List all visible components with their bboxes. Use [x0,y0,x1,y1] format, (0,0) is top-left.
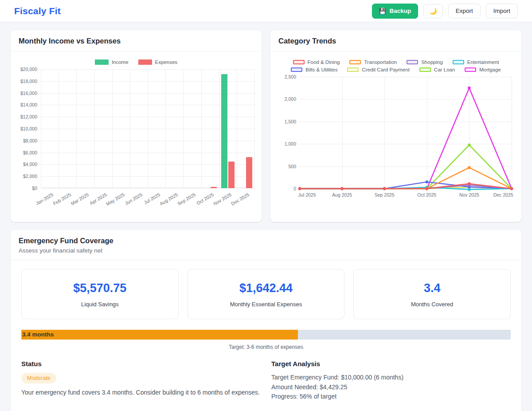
legend-item[interactable]: Transportation [349,59,397,65]
data-point[interactable] [341,187,344,190]
data-point[interactable] [383,187,386,190]
category-trends-title: Category Trends [278,37,513,45]
coverage-progress-label: 3.4 months [22,330,54,340]
target-analysis-heading: Target Analysis [271,360,511,368]
legend-swatch [138,59,152,65]
legend-swatch [293,60,305,64]
data-point[interactable] [510,187,513,190]
income-expenses-card-header: Monthly Income vs Expenses [11,30,262,51]
income-expenses-title: Monthly Income vs Expenses [19,37,254,45]
backup-button-label: Backup [389,8,411,14]
legend-label: Entertainment [467,59,499,65]
stat-label: Monthly Essential Expenses [192,301,340,308]
data-point[interactable] [426,187,428,190]
progress-line: Progress: 56% of target [271,392,511,402]
legend-swatch [95,59,109,65]
legend-label: Credit Card Payment [362,67,409,72]
main-content: Monthly Income vs Expenses IncomeExpense… [0,22,532,411]
legend-label: Shopping [421,59,443,65]
data-point[interactable] [298,187,301,190]
target-analysis-column: Target Analysis Target Emergency Fund: $… [271,360,511,402]
legend-swatch [407,60,418,64]
coverage-progress-bar: 3.4 months [21,330,511,340]
line-series-mortgage[interactable] [300,88,512,189]
app-title: Fiscaly Fit [14,6,61,16]
stat-value: $5,570.75 [26,281,174,295]
legend-label: Car Loan [434,67,455,72]
data-point[interactable] [468,182,470,185]
bar-expenses-dec-2025[interactable] [246,157,252,188]
line-chart-legend: Food & DiningTransportationShoppingEnter… [277,56,515,77]
stats-row: $5,570.75 Liquid Savings $1,642.44 Month… [21,269,511,319]
data-point[interactable] [426,181,428,183]
income-expenses-chart[interactable]: IncomeExpenses $0$2,000$4,000$6,000$8,00… [11,51,262,211]
legend-swatch [291,67,302,72]
legend-item[interactable]: Income [95,59,129,65]
stat-months-covered: 3.4 Months Covered [353,269,511,319]
income-expenses-card: Monthly Income vs Expenses IncomeExpense… [11,30,262,222]
legend-swatch [453,60,464,64]
stat-monthly-expenses: $1,642.44 Monthly Essential Expenses [188,269,345,319]
legend-label: Transportation [364,59,397,65]
status-heading: Status [21,360,261,368]
stat-label: Liquid Savings [26,301,174,308]
legend-item[interactable]: Shopping [407,59,443,65]
status-column: Status Moderate Your emergency fund cove… [21,360,261,402]
legend-item[interactable]: Mortgage [465,67,501,72]
status-analysis-columns: Status Moderate Your emergency fund cove… [21,360,511,402]
data-point[interactable] [468,166,470,169]
import-button[interactable]: Import [486,4,518,18]
emergency-fund-card: Emergency Fund Coverage Assess your fina… [11,230,521,411]
legend-label: Expenses [155,59,178,65]
data-point[interactable] [468,144,470,146]
floppy-disk-icon: 💾 [379,8,387,15]
stat-label: Months Covered [358,301,506,308]
legend-swatch [347,67,359,72]
theme-toggle-button[interactable]: 🌙 [423,4,442,18]
legend-swatch [419,67,431,72]
data-point[interactable] [468,87,470,89]
category-trends-card: Category Trends Food & DiningTransportat… [270,30,521,222]
header-actions: 💾 Backup 🌙 Export Import [372,4,518,19]
legend-item[interactable]: Credit Card Payment [347,67,409,72]
bar-chart-plot[interactable]: $0$2,000$4,000$6,000$8,000$10,000$12,000… [18,69,254,211]
bar-expenses-oct-2025[interactable] [211,187,217,188]
legend-label: Mortgage [479,67,501,72]
emergency-fund-body: $5,570.75 Liquid Savings $1,642.44 Month… [11,260,521,411]
data-point[interactable] [468,188,470,191]
stat-value: 3.4 [358,281,506,295]
emergency-fund-header: Emergency Fund Coverage Assess your fina… [11,230,521,260]
legend-item[interactable]: Entertainment [453,59,499,65]
category-trends-chart[interactable]: Food & DiningTransportationShoppingEnter… [270,51,521,202]
legend-label: Food & Dining [308,59,340,65]
emergency-fund-title: Emergency Fund Coverage [19,237,513,245]
legend-swatch [349,60,361,64]
category-trends-card-header: Category Trends [270,30,521,51]
bar-chart-legend: IncomeExpenses [17,56,255,69]
line-series-car-loan[interactable] [300,145,512,189]
status-message: Your emergency fund covers 3.4 months. C… [21,388,261,397]
coverage-target-caption: Target: 3-6 months of expenses [21,344,511,350]
legend-item[interactable]: Bills & Utilities [291,67,337,72]
legend-label: Income [112,59,129,65]
bar-income-nov-2025[interactable] [221,74,227,188]
coverage-progress-fill [21,330,298,340]
charts-row: Monthly Income vs Expenses IncomeExpense… [11,30,521,222]
moon-icon: 🌙 [429,8,437,15]
status-badge: Moderate [21,373,56,383]
app-header: Fiscaly Fit 💾 Backup 🌙 Export Import [0,0,532,22]
emergency-fund-subtitle: Assess your financial safety net [19,247,513,254]
stat-value: $1,642.44 [192,281,340,295]
target-fund-line: Target Emergency Fund: $10,000.00 (6 mon… [271,373,511,383]
legend-item[interactable]: Expenses [138,59,178,65]
legend-label: Bills & Utilities [305,67,337,72]
amount-needed-line: Amount Needed: $4,429.25 [271,383,511,392]
stat-liquid-savings: $5,570.75 Liquid Savings [21,269,179,319]
export-button[interactable]: Export [448,4,481,18]
legend-item[interactable]: Food & Dining [293,59,340,65]
legend-item[interactable]: Car Loan [419,67,455,72]
bar-expenses-nov-2025[interactable] [228,162,235,188]
backup-button[interactable]: 💾 Backup [372,4,419,19]
legend-swatch [465,67,476,72]
line-chart-plot[interactable]: 05001,0001,5002,0002,500Jul 2025Aug 2025… [280,77,512,202]
